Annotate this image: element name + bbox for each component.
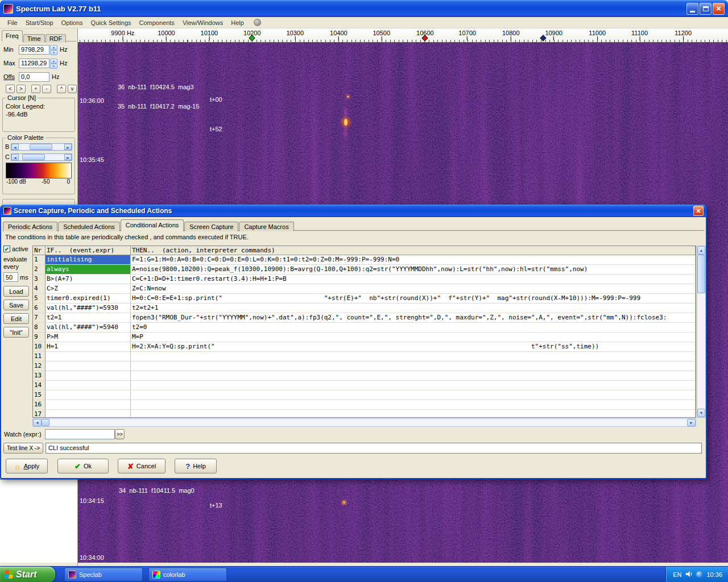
table-row[interactable]: 10H=1H=2:X=A:Y=Q:sp.print(" t"+str("ss",… — [33, 342, 696, 352]
then-cell[interactable]: A=noise(9800,10200):Q=peak_f(10300,10900… — [131, 265, 696, 275]
if-cell[interactable]: H=1 — [46, 342, 131, 352]
start-button[interactable]: Start — [0, 567, 55, 582]
if-cell[interactable] — [46, 361, 131, 371]
minimize-button[interactable] — [686, 3, 698, 15]
if-cell[interactable] — [46, 400, 131, 410]
dialog-side-button[interactable]: Load — [3, 286, 29, 297]
then-cell[interactable]: H=0:C=0:E=E+1:sp.print(" "+str(E)+" nb"+… — [131, 294, 696, 304]
table-vertical-scrollbar[interactable]: ▲ ▼ — [697, 246, 706, 418]
menu-item[interactable]: File — [3, 18, 22, 27]
menu-item[interactable]: Start/Stop — [22, 18, 57, 27]
table-row[interactable]: 4C>ZZ=C:N=now — [33, 284, 696, 294]
if-cell[interactable]: always — [46, 265, 131, 275]
then-cell[interactable]: Z=C:N=now — [131, 284, 696, 294]
dialog-tab[interactable]: Periodic Actions — [3, 222, 57, 231]
spin-down-icon[interactable]: ▼ — [50, 50, 57, 55]
table-row[interactable]: 14 — [33, 381, 696, 390]
if-cell[interactable] — [46, 390, 131, 400]
language-indicator[interactable]: EN — [673, 571, 681, 578]
dialog-titlebar[interactable]: Screen Capture, Periodic and Scheduled A… — [1, 205, 706, 217]
cancel-button[interactable]: ✘ Cancel — [118, 459, 166, 473]
menu-item[interactable]: Components — [135, 18, 179, 27]
dialog-tab[interactable]: Scheduled Actions — [58, 222, 120, 231]
then-cell[interactable]: t2=t2+1 — [131, 304, 696, 313]
dialog-tab[interactable]: Screen Capture — [184, 222, 238, 231]
checkbox-check-icon[interactable]: ✔ — [3, 246, 10, 252]
frequency-ruler[interactable]: 9900 Hz100001010010200103001040010500106… — [78, 28, 728, 43]
close-button[interactable]: ✕ — [713, 3, 725, 15]
taskbar-task[interactable]: colorlab — [148, 568, 227, 581]
panel-tab[interactable]: RDF — [46, 34, 67, 43]
if-cell[interactable]: initialising — [46, 255, 131, 265]
if-cell[interactable]: val(hl,"####")=5940 — [46, 323, 131, 332]
if-cell[interactable] — [46, 381, 131, 390]
freq-nav-button[interactable]: < — [6, 85, 15, 93]
table-row[interactable]: 2alwaysA=noise(9800,10200):Q=peak_f(1030… — [33, 265, 696, 275]
then-cell[interactable]: C=C+1:D=D+1:timer0.restart(3.4):H=H+1:P=… — [131, 275, 696, 284]
slider-left-icon[interactable]: ◄ — [11, 144, 19, 150]
table-row[interactable]: 9P>MM=P — [33, 332, 696, 342]
if-cell[interactable]: C>Z — [46, 284, 131, 294]
menu-item[interactable]: View/Windows — [179, 18, 227, 27]
table-row[interactable]: 3B>(A+7)C=C+1:D=D+1:timer0.restart(3.4):… — [33, 275, 696, 284]
slider-right-icon[interactable]: ► — [64, 144, 72, 150]
panel-tab[interactable]: Freq — [2, 30, 23, 41]
watch-input[interactable] — [45, 429, 115, 439]
table-row[interactable]: 1initialisingF=1:G=1:H=0:A=0:B=0:C=0:D=0… — [33, 255, 696, 265]
if-cell[interactable]: timer0.expired(1) — [46, 294, 131, 304]
main-titlebar[interactable]: Spectrum Lab V2.77 b11 ✕ — [0, 0, 728, 17]
if-cell[interactable]: val(hl,"####")=5930 — [46, 304, 131, 313]
freq-nav-button[interactable]: v — [68, 85, 77, 93]
freq-nav-button[interactable]: - — [42, 85, 51, 93]
panel-tab[interactable]: Time — [23, 34, 45, 43]
table-row[interactable]: 5timer0.expired(1)H=0:C=0:E=E+1:sp.print… — [33, 294, 696, 304]
table-row[interactable]: 6val(hl,"####")=5930t2=t2+1 — [33, 304, 696, 313]
spin-up-icon[interactable]: ▲ — [50, 59, 57, 64]
table-row[interactable]: 12 — [33, 361, 696, 371]
menu-item[interactable]: Options — [57, 18, 87, 27]
ok-button[interactable]: ✔ Ok — [57, 459, 109, 473]
apply-button[interactable]: ☼ Apply — [6, 459, 48, 473]
dialog-side-button[interactable]: Save — [3, 300, 29, 310]
if-cell[interactable]: t2=1 — [46, 313, 131, 323]
then-cell[interactable] — [131, 410, 696, 418]
menu-item[interactable]: Help — [227, 18, 248, 27]
then-cell[interactable]: t2=0 — [131, 323, 696, 332]
table-row[interactable]: 7t2=1fopen3("RMOB_Dur-"+str("YYYYMM",now… — [33, 313, 696, 323]
table-row[interactable]: 11 — [33, 352, 696, 361]
if-cell[interactable] — [46, 352, 131, 361]
table-row[interactable]: 16 — [33, 400, 696, 410]
scroll-up-icon[interactable]: ▲ — [697, 246, 705, 255]
dialog-tab[interactable]: Conditional Actions — [121, 219, 184, 231]
active-checkbox[interactable]: ✔ active — [3, 246, 32, 252]
table-row[interactable]: 8val(hl,"####")=5940t2=0 — [33, 323, 696, 332]
test-line-button[interactable]: Test line X -> — [3, 443, 43, 454]
dialog-side-button[interactable]: "Init" — [3, 327, 29, 338]
table-horizontal-scrollbar[interactable]: ◄ ► — [32, 418, 696, 427]
spin-up-icon[interactable]: ▲ — [50, 45, 57, 50]
table-row[interactable]: 15 — [33, 390, 696, 400]
maximize-button[interactable] — [700, 3, 712, 15]
max-spinner[interactable]: ▲ ▼ — [50, 59, 57, 68]
then-cell[interactable]: fopen3("RMOB_Dur-"+str("YYYYMM",now)+".d… — [131, 313, 696, 323]
then-cell[interactable] — [131, 390, 696, 400]
dialog-close-button[interactable]: ✕ — [693, 206, 704, 216]
slider-thumb[interactable] — [22, 154, 45, 160]
tray-app-icon[interactable] — [696, 571, 703, 578]
scrollbar-thumb[interactable] — [697, 255, 705, 293]
then-cell[interactable] — [131, 400, 696, 410]
slider-left-icon[interactable]: ◄ — [11, 154, 19, 160]
scroll-down-icon[interactable]: ▼ — [697, 409, 705, 417]
freq-nav-button[interactable]: + — [31, 85, 40, 93]
watch-eval-button[interactable]: >> — [115, 429, 125, 439]
table-row[interactable]: 13 — [33, 371, 696, 381]
if-cell[interactable] — [46, 371, 131, 381]
freq-nav-button[interactable]: ^ — [57, 85, 66, 93]
dialog-side-button[interactable]: Edit — [3, 313, 29, 324]
then-cell[interactable] — [131, 352, 696, 361]
scroll-left-icon[interactable]: ◄ — [33, 419, 42, 426]
interval-input[interactable] — [3, 272, 18, 282]
freq-nav-button[interactable]: > — [16, 85, 26, 93]
then-cell[interactable] — [131, 381, 696, 390]
contrast-slider[interactable]: ◄ ► — [11, 153, 72, 161]
